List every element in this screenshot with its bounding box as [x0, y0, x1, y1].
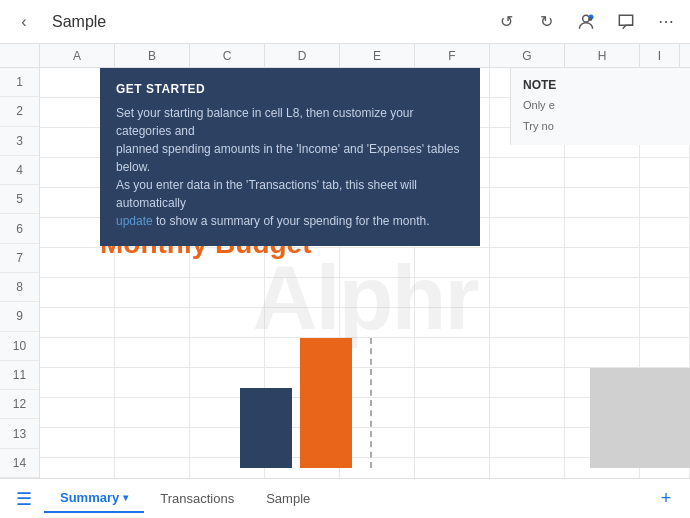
col-header-h[interactable]: H — [565, 44, 640, 67]
info-box-text: Set your starting balance in cell L8, th… — [116, 104, 464, 230]
sheets-menu-button[interactable]: ☰ — [8, 483, 40, 515]
content-area: Alphr GET STARTED Set your starting bala… — [40, 68, 690, 478]
header-left: ‹ Sample — [12, 10, 106, 34]
row-8[interactable]: 8 — [0, 273, 39, 302]
row-2[interactable]: 2 — [0, 97, 39, 126]
row-9[interactable]: 9 — [0, 302, 39, 331]
bottom-tabs: ☰ Summary ▾ Transactions Sample + — [0, 478, 690, 518]
info-box: GET STARTED Set your starting balance in… — [100, 68, 480, 246]
tab-transactions-label: Transactions — [160, 491, 234, 506]
col-header-b[interactable]: B — [115, 44, 190, 67]
chart-area — [240, 338, 352, 468]
col-header-g[interactable]: G — [490, 44, 565, 67]
col-header-e[interactable]: E — [340, 44, 415, 67]
col-header-c[interactable]: C — [190, 44, 265, 67]
note-box-title: NOTE — [523, 78, 678, 92]
chart-dashed-line — [370, 338, 372, 468]
spreadsheet-area: 1 2 3 4 5 6 7 8 9 10 11 12 13 14 — [0, 68, 690, 478]
header: ‹ Sample ↺ ↻ + ⋯ — [0, 0, 690, 44]
row-num-header — [0, 44, 40, 67]
add-sheet-button[interactable]: + — [650, 483, 682, 515]
chart-bar-navy — [240, 388, 292, 468]
row-5[interactable]: 5 — [0, 185, 39, 214]
row-14[interactable]: 14 — [0, 449, 39, 478]
row-1[interactable]: 1 — [0, 68, 39, 97]
chart-bar-orange — [300, 338, 352, 468]
col-header-f[interactable]: F — [415, 44, 490, 67]
document-title: Sample — [52, 13, 106, 31]
col-header-d[interactable]: D — [265, 44, 340, 67]
account-button[interactable]: + — [574, 10, 598, 34]
row-12[interactable]: 12 — [0, 390, 39, 419]
header-right: ↺ ↻ + ⋯ — [494, 10, 678, 34]
row-10[interactable]: 10 — [0, 332, 39, 361]
col-header-i[interactable]: I — [640, 44, 680, 67]
note-box-text-1: Only e — [523, 98, 678, 113]
tab-summary[interactable]: Summary ▾ — [44, 484, 144, 513]
back-button[interactable]: ‹ — [12, 10, 36, 34]
note-box: NOTE Only e Try no — [510, 68, 690, 145]
row-numbers: 1 2 3 4 5 6 7 8 9 10 11 12 13 14 — [0, 68, 40, 478]
info-box-title: GET STARTED — [116, 82, 464, 96]
more-button[interactable]: ⋯ — [654, 10, 678, 34]
comment-button[interactable] — [614, 10, 638, 34]
redo-button[interactable]: ↻ — [534, 10, 558, 34]
row-6[interactable]: 6 — [0, 214, 39, 243]
row-4[interactable]: 4 — [0, 156, 39, 185]
row-3[interactable]: 3 — [0, 127, 39, 156]
tab-sample-label: Sample — [266, 491, 310, 506]
chevron-down-icon: ▾ — [123, 492, 128, 503]
row-7[interactable]: 7 — [0, 244, 39, 273]
row-11[interactable]: 11 — [0, 361, 39, 390]
tab-transactions[interactable]: Transactions — [144, 485, 250, 512]
note-box-text-2: Try no — [523, 119, 678, 134]
hamburger-icon: ☰ — [16, 488, 32, 510]
col-header-a[interactable]: A — [40, 44, 115, 67]
tab-sample[interactable]: Sample — [250, 485, 326, 512]
undo-button[interactable]: ↺ — [494, 10, 518, 34]
tab-summary-label: Summary — [60, 490, 119, 505]
chart-gray-box — [590, 368, 690, 468]
row-13[interactable]: 13 — [0, 419, 39, 448]
column-headers: A B C D E F G H I — [0, 44, 690, 68]
